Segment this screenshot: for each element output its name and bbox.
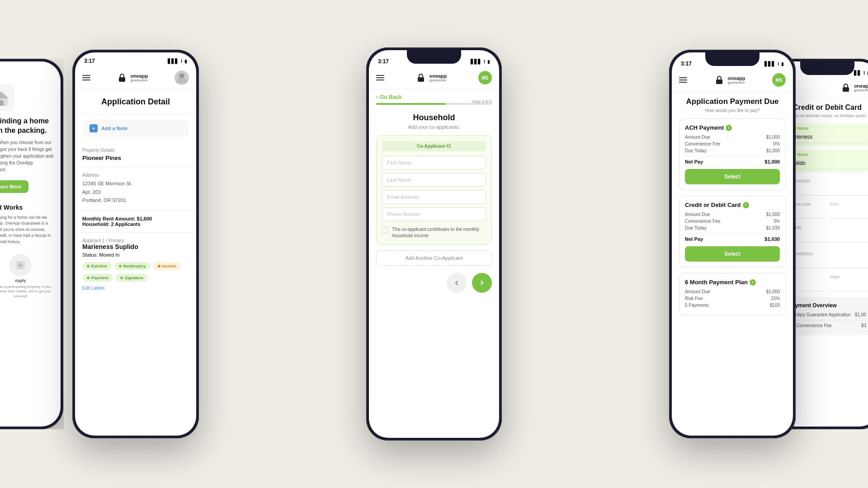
how-it-works-desc: t qualifying for a home can be we can he… — [0, 215, 53, 245]
card-number-label: Card Number — [783, 178, 868, 183]
address-line-1: 12345 SE Morrison St. — [82, 179, 189, 188]
ach-payment-option: ACH Payment i Amount Due $1,000 Convenie… — [679, 118, 786, 190]
phone-input[interactable] — [382, 207, 486, 221]
status-bar-2: 3:17 ▋▋▋ ⌇ ▮ — [75, 54, 196, 66]
nav-buttons — [369, 266, 499, 293]
edit-labels-link[interactable]: Edit Labels — [82, 286, 189, 291]
address-section: Address 12345 SE Morrison St. Apt. 203 P… — [75, 167, 196, 211]
battery-icon: ▮ — [184, 59, 187, 64]
battery-icon-3: ▮ — [487, 59, 490, 64]
last-name-label: Last Name — [788, 152, 867, 157]
avatar-3: MS — [478, 71, 492, 84]
checkbox-row: This co-applicant contributes to the mon… — [382, 226, 486, 239]
overview-divider — [788, 320, 866, 320]
avatar-2 — [175, 70, 189, 85]
last-name-input[interactable] — [382, 173, 486, 187]
signal-icon-5: ▋▋ — [854, 70, 861, 75]
tag-payment: Payment — [82, 274, 113, 282]
add-coapplicant-button[interactable]: Add Another Co-Applicant — [376, 250, 492, 266]
svg-rect-7 — [716, 80, 722, 84]
avatar-4: MS — [772, 73, 786, 87]
phone-landing: ke finding a home than the packing. nce.… — [0, 59, 63, 429]
tag-income: Income — [153, 262, 181, 270]
overview-app-amount: $1,00 — [855, 312, 866, 317]
last-name-value[interactable] — [788, 158, 867, 169]
credit-title: Credit or Debit Card i — [685, 202, 780, 208]
status-icons-5: ▋▋ ⌇ ▮ — [854, 70, 868, 75]
ach-net-pay-row: Net Pay $1,000 — [685, 156, 780, 164]
state-input[interactable] — [830, 281, 868, 291]
zip-input[interactable] — [783, 231, 868, 242]
landing-content: ke finding a home than the packing. nce.… — [0, 61, 61, 306]
ach-select-button[interactable]: Select — [685, 169, 780, 184]
back-chevron: ‹ — [376, 94, 378, 100]
credit-amount-row: Amount Due $1,000 — [685, 212, 780, 217]
logo-text-3: oneapp guarantee — [429, 73, 447, 83]
status-time-2: 3:17 — [84, 58, 95, 64]
svg-rect-8 — [843, 87, 849, 92]
income-checkbox[interactable] — [382, 227, 388, 233]
back-nav-btn[interactable] — [447, 273, 467, 293]
progress-bar-wrap: Step 3 of 5 — [369, 103, 499, 109]
plan-amount-row: Amount Due $1,000 — [685, 289, 780, 294]
app-header-4: oneapp guarantee MS — [672, 69, 793, 92]
app-detail-title: Application Detail — [75, 90, 196, 114]
ach-info-dot: i — [726, 125, 732, 131]
credit-net-pay-row: Net Pay $1,030 — [685, 233, 780, 242]
logo-3: oneapp guarantee — [415, 72, 447, 83]
signal-icon-4: ▋▋▋ — [764, 61, 775, 66]
property-name: Pioneer Pines — [82, 155, 189, 161]
zip-field: Zip Code — [783, 222, 868, 245]
landing-title: ke finding a home than the packing. — [0, 117, 53, 136]
status-time-4: 3:17 — [681, 61, 692, 67]
hamburger-menu-3[interactable] — [376, 75, 384, 80]
apply-desc: Apply at a participating property. If yo… — [0, 285, 53, 299]
scene: ke finding a home than the packing. nce.… — [0, 0, 868, 488]
household-title: Household — [369, 109, 499, 124]
tag-dot-signature — [120, 277, 123, 279]
plan-info-dot: i — [750, 279, 756, 286]
first-name-label: First Name — [788, 126, 867, 131]
credit-fee-row: Convenience Fee 3% — [685, 219, 780, 224]
tag-signature: Signature — [116, 274, 148, 282]
add-note-label: Add a Note — [101, 126, 127, 131]
phone-payment: 3:17 ▋▋▋ ⌇ ▮ oneapp — [669, 50, 796, 438]
learn-more-button[interactable]: Learn More — [0, 180, 28, 193]
applicant-label: Applicant 1 / Primary — [82, 238, 189, 243]
billing-input[interactable] — [783, 258, 868, 268]
billing-field: Billing Address — [783, 249, 868, 271]
card-number-input-area[interactable] — [783, 185, 868, 196]
tag-dot-bankruptcy — [119, 265, 122, 267]
ccv-label: CCV — [830, 202, 868, 206]
logo-2: oneapp guarantee — [117, 72, 148, 83]
logo-4: oneapp guarantee — [714, 75, 745, 85]
battery-icon-4: ▮ — [781, 61, 784, 66]
next-nav-btn[interactable] — [472, 273, 492, 293]
ach-fee-row: Convenience Fee 0% — [685, 141, 780, 146]
logo-text-2: oneapp guarantee — [130, 73, 148, 83]
zip-label: Zip Code — [783, 225, 868, 230]
how-it-works-section: ow It Works t qualifying for a home can … — [0, 204, 53, 245]
state-field: State — [830, 275, 868, 291]
notch-3 — [407, 50, 461, 64]
add-note-bar[interactable]: + Add a Note — [82, 120, 189, 137]
email-input[interactable] — [382, 190, 486, 204]
notch-4 — [705, 52, 760, 66]
how-it-works-title: ow It Works — [0, 204, 53, 211]
signal-icon: ▋▋▋ — [168, 59, 179, 64]
wifi-icon-4: ⌇ — [777, 61, 779, 66]
address-line-3: Portland, OR 97201 — [82, 196, 189, 205]
first-name-input[interactable] — [382, 156, 486, 169]
hamburger-menu-4[interactable] — [679, 77, 687, 83]
hamburger-menu-2[interactable] — [82, 75, 90, 80]
tag-eviction: Eviction — [82, 262, 112, 270]
logo-lock-icon-5 — [840, 82, 851, 93]
back-label: Go Back — [380, 94, 402, 100]
plan-payment-option: 6 Month Payment Plan i Amount Due $1,000… — [679, 273, 786, 315]
logo-5: oneapp guarantee — [840, 82, 868, 93]
ach-title: ACH Payment i — [685, 124, 780, 131]
first-name-value[interactable] — [788, 132, 867, 143]
ccv-input[interactable] — [830, 208, 868, 219]
credit-select-button[interactable]: Select — [685, 246, 780, 262]
exp-ccv-row: Expiration Date CCV — [783, 202, 868, 219]
